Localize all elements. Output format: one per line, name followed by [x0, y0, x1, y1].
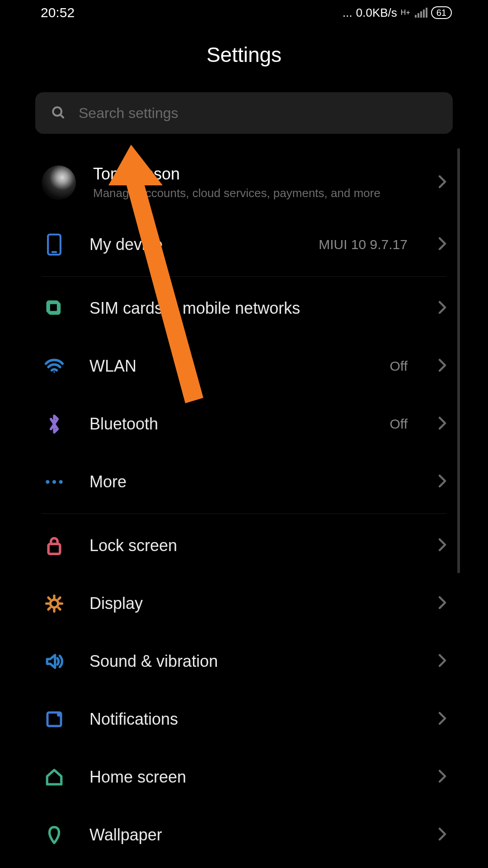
- row-label: Wallpaper: [89, 826, 416, 844]
- status-time: 20:52: [41, 5, 75, 20]
- status-net-type: H+: [401, 9, 410, 16]
- row-label: Lock screen: [89, 536, 416, 555]
- account-name: TomHenson: [93, 165, 421, 184]
- chevron-right-icon: [438, 596, 446, 611]
- chevron-right-icon: [438, 301, 446, 316]
- row-lock-screen[interactable]: Lock screen: [27, 517, 461, 575]
- display-icon: [42, 594, 67, 613]
- chevron-right-icon: [438, 769, 446, 785]
- row-label: WLAN: [89, 357, 367, 376]
- chevron-right-icon: [438, 237, 446, 252]
- wifi-icon: [42, 359, 67, 374]
- status-right: ... 0.0KB/s H+ 61: [343, 6, 452, 20]
- row-label: More: [89, 472, 416, 491]
- sound-icon: [42, 653, 67, 670]
- row-label: Display: [89, 594, 416, 613]
- row-label: SIM cards & mobile networks: [89, 299, 416, 318]
- battery-icon: 61: [431, 6, 452, 19]
- scroll-indicator: [457, 148, 460, 573]
- svg-line-18: [48, 608, 50, 610]
- row-display[interactable]: Display: [27, 575, 461, 632]
- row-sim[interactable]: SIM cards & mobile networks: [27, 279, 461, 337]
- row-home[interactable]: Home screen: [27, 748, 461, 806]
- row-value: MIUI 10 9.7.17: [319, 237, 408, 252]
- row-value: Off: [390, 359, 408, 374]
- search-input[interactable]: Search settings: [35, 92, 453, 134]
- notifications-icon: [42, 710, 67, 728]
- svg-line-19: [59, 598, 61, 599]
- svg-point-6: [53, 371, 55, 373]
- row-label: My device: [89, 235, 296, 254]
- search-icon: [51, 105, 65, 121]
- row-notifications[interactable]: Notifications: [27, 690, 461, 748]
- chevron-right-icon: [438, 416, 446, 432]
- svg-point-9: [59, 480, 63, 484]
- row-bluetooth[interactable]: Bluetooth Off: [27, 395, 461, 453]
- divider: [42, 514, 446, 514]
- account-subtitle: Manage accounts, cloud services, payment…: [93, 186, 421, 200]
- chevron-right-icon: [438, 474, 446, 490]
- svg-point-8: [52, 480, 56, 484]
- chevron-right-icon: [438, 712, 446, 727]
- sim-icon: [42, 299, 67, 317]
- divider: [42, 276, 446, 277]
- chevron-right-icon: [438, 359, 446, 374]
- svg-line-1: [60, 114, 63, 118]
- row-label: Home screen: [89, 768, 416, 787]
- row-sound[interactable]: Sound & vibration: [27, 632, 461, 690]
- home-icon: [42, 768, 67, 786]
- phone-icon: [42, 233, 67, 256]
- settings-list[interactable]: TomHenson Manage accounts, cloud service…: [27, 143, 461, 868]
- svg-point-11: [50, 599, 58, 608]
- page-title: Settings: [27, 42, 461, 67]
- row-my-device[interactable]: My device MIUI 10 9.7.17: [27, 216, 461, 274]
- avatar: [42, 165, 76, 200]
- chevron-right-icon: [438, 538, 446, 553]
- lock-icon: [42, 536, 67, 556]
- wallpaper-icon: [42, 826, 67, 844]
- svg-point-21: [57, 713, 61, 717]
- status-dots: ...: [343, 6, 352, 20]
- row-wlan[interactable]: WLAN Off: [27, 337, 461, 395]
- svg-point-7: [46, 480, 49, 484]
- status-net-speed: 0.0KB/s: [356, 6, 397, 20]
- signal-icon: [415, 8, 427, 18]
- svg-line-17: [59, 608, 61, 610]
- chevron-right-icon: [438, 827, 446, 843]
- bluetooth-icon: [42, 414, 67, 434]
- row-more[interactable]: More: [27, 453, 461, 511]
- account-row[interactable]: TomHenson Manage accounts, cloud service…: [27, 143, 461, 216]
- row-wallpaper[interactable]: Wallpaper: [27, 806, 461, 864]
- chevron-right-icon: [438, 175, 446, 190]
- battery-level: 61: [436, 7, 446, 18]
- row-label: Notifications: [89, 710, 416, 729]
- row-label: Bluetooth: [89, 415, 367, 434]
- chevron-right-icon: [438, 654, 446, 669]
- status-bar: 20:52 ... 0.0KB/s H+ 61: [27, 0, 461, 25]
- row-label: Sound & vibration: [89, 652, 416, 671]
- svg-rect-10: [48, 544, 60, 554]
- more-icon: [42, 479, 67, 485]
- svg-line-16: [48, 598, 50, 599]
- row-value: Off: [390, 416, 408, 432]
- search-placeholder: Search settings: [79, 105, 178, 122]
